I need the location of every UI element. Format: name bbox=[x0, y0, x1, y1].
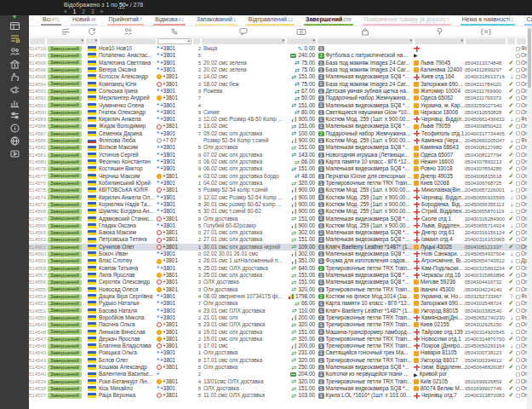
source-column-icon[interactable] bbox=[85, 27, 99, 36]
status-column-icon[interactable] bbox=[46, 27, 85, 36]
table-row[interactable]: 514543ЗавершенийБєлов Олег*+3801817.01 с… bbox=[29, 357, 532, 364]
table-row[interactable]: 514539ЗавершенийРоке-Бетанкурт Лін...+38… bbox=[29, 378, 532, 385]
table-row[interactable]: 514546ЗавершенийБлагінна Владіслава+3801… bbox=[29, 343, 532, 349]
check-icon[interactable]: ✓ bbox=[506, 378, 516, 385]
table-row[interactable]: 514587ЗавершенийСеменюк Дарина*+3801709.… bbox=[29, 130, 532, 137]
table-row[interactable]: 514561ЗавершенийСучилов Олег+3801130.01 … bbox=[29, 244, 532, 251]
page-nav-icon[interactable]: » bbox=[100, 9, 105, 14]
filter-manager[interactable] bbox=[517, 38, 526, 44]
check-icon[interactable]: ✓ bbox=[506, 173, 516, 180]
table-row[interactable]: 514599ЗавершенийПотапенко Анастас...*+38… bbox=[29, 52, 532, 59]
table-row[interactable]: 514716ЗавершенийНов10 Нов10*+38012Выца✎0… bbox=[29, 45, 532, 52]
page-nav-icon[interactable]: « bbox=[64, 9, 68, 14]
table-row[interactable]: 514568ЗавершенийШумляс Богдана Ан...*+38… bbox=[29, 208, 532, 215]
table-row[interactable]: 514582ЗавершенийВолков Максим*+38015Олх … bbox=[29, 144, 532, 151]
table-row[interactable]: 514551ЗавершенийБасова Наталя*+3801423.0… bbox=[29, 308, 532, 314]
page-size-dropdown[interactable]: 50 bbox=[119, 2, 126, 8]
comment-column-icon[interactable] bbox=[201, 27, 286, 36]
filter-status[interactable] bbox=[47, 38, 84, 44]
table-row[interactable]: 514560ЗавершенийБокоч Иван*+3801002.02 3… bbox=[29, 251, 532, 257]
table-row[interactable]: 514576ЗавершенийКобилинський Юрий*+38011… bbox=[29, 180, 532, 187]
tab-1[interactable]: Новий48 bbox=[71, 15, 98, 26]
check-icon[interactable]: ✓ bbox=[506, 244, 516, 251]
tab-7[interactable]: Повернення товару (в дорозі)0 bbox=[363, 15, 451, 26]
table-row[interactable]: 514596ЗавершенийВегера Оксана*+3801320.0… bbox=[29, 66, 532, 73]
check-icon[interactable]: ✓ bbox=[506, 308, 516, 314]
tab-3[interactable]: Відмова42 bbox=[153, 15, 186, 26]
scrollbar-thumb[interactable] bbox=[528, 28, 531, 88]
check-icon[interactable]: ✓ bbox=[506, 216, 516, 222]
table-row[interactable]: 514595ЗавершенийКолосок Александр+380121… bbox=[29, 73, 532, 80]
check-icon[interactable]: ✓ bbox=[506, 102, 516, 109]
page-number[interactable]: 3 bbox=[91, 9, 95, 14]
filter-payment[interactable] bbox=[287, 38, 316, 44]
tab-9[interactable]: Самовивіз2 bbox=[524, 15, 532, 26]
client-column-icon[interactable] bbox=[99, 27, 157, 36]
table-row[interactable]: 514575ЗавершенийКВІТОВСЬКА ЮЛІЯ+38015Роз… bbox=[29, 187, 532, 193]
table-row[interactable]: 514589ЗавершенийКирилич Анжела*+3801312.… bbox=[29, 116, 532, 123]
table-row[interactable]: 514593ЗавершенийСольська Ірина*+38019Рож… bbox=[29, 88, 532, 95]
table-row[interactable]: 514540ЗавершенийВалентина Васильє...*220… bbox=[29, 371, 532, 377]
payment-column-icon[interactable] bbox=[286, 28, 317, 36]
check-icon[interactable]: ✓ bbox=[506, 66, 516, 73]
table-row[interactable]: 514590ЗавершенийГнатюк Олександр*+38019С… bbox=[29, 109, 532, 116]
table-row[interactable]: 514538ЗавершенийКісь Михайло*+38015ОЛХ д… bbox=[29, 385, 532, 392]
check-icon[interactable]: ✓ bbox=[506, 229, 516, 236]
table-row[interactable]: 514553ЗавершенийРудько Наталья*+38017Олх… bbox=[29, 300, 532, 307]
check-icon[interactable]: ✓ bbox=[506, 385, 516, 392]
table-row[interactable]: 514588ЗавершенийЖидак Володимир+3801313.… bbox=[29, 123, 532, 130]
tab-2[interactable]: Прийнятий7 bbox=[107, 15, 145, 26]
ttn-column-icon[interactable] bbox=[465, 28, 506, 36]
filter-check[interactable] bbox=[507, 38, 515, 44]
tab-6[interactable]: Завершений278 bbox=[304, 15, 352, 26]
location-column-icon[interactable] bbox=[414, 27, 465, 36]
sidebar-item-video[interactable] bbox=[0, 148, 29, 161]
check-icon[interactable]: ✓ bbox=[506, 144, 516, 151]
filter-ttn[interactable] bbox=[466, 38, 506, 44]
table-row[interactable]: 514558ЗавершенийКовпак Татьяна*+3801525.… bbox=[29, 265, 532, 272]
table-row[interactable]: 514537ЗавершенийРаца Вероніка+3801511.01… bbox=[29, 392, 532, 399]
check-icon[interactable]: ✓ bbox=[506, 349, 516, 356]
products-column-icon[interactable] bbox=[317, 27, 414, 36]
filter-phone-input[interactable] bbox=[157, 38, 192, 44]
table-row[interactable]: 514592ЗавершенийМерклингер Андрей+38017⇄… bbox=[29, 95, 532, 101]
filter-client[interactable] bbox=[100, 38, 156, 44]
page-number[interactable]: 2 bbox=[82, 9, 86, 14]
table-row[interactable]: 514570ЗавершенийКорнелюк Надія Та...*+38… bbox=[29, 201, 532, 208]
check-icon[interactable]: ✓ bbox=[506, 357, 516, 364]
table-row[interactable]: 514555ЗавершенийНовосад Олеся+38013Олх д… bbox=[29, 286, 532, 293]
table-row[interactable]: 514566ЗавершенийГладик Оксана*+38015Голу… bbox=[29, 222, 532, 229]
table-row[interactable]: 514545ЗавершенийРокіцька Ольга*+38011Олх… bbox=[29, 349, 532, 356]
check-icon[interactable]: ✓ bbox=[506, 95, 516, 101]
phone-column-icon[interactable] bbox=[157, 27, 192, 36]
tab-8[interactable]: Нема в наявності1 bbox=[460, 15, 516, 26]
table-row[interactable]: 514581ЗавершенийУстинов Сергей*+3801907.… bbox=[29, 152, 532, 158]
tab-5[interactable]: Відправлений12 bbox=[247, 15, 295, 26]
check-icon[interactable]: ✓ bbox=[506, 123, 516, 130]
table-row[interactable]: 514559ЗавершенийВлас Слотюу+3801326.01 с… bbox=[29, 257, 532, 264]
page-number[interactable]: 1 bbox=[73, 9, 77, 14]
filter-location[interactable] bbox=[415, 38, 464, 44]
table-row[interactable]: 514567ЗавершенийАдамовский Станис...+380… bbox=[29, 216, 532, 222]
filter-source[interactable] bbox=[86, 38, 98, 44]
check-icon[interactable]: ✓ bbox=[506, 165, 516, 172]
table-row[interactable]: 514548ЗавершенийЛиньков Вячеслав+3801919… bbox=[29, 329, 532, 336]
check-icon[interactable]: ✓ bbox=[506, 336, 516, 343]
filter-comment[interactable] bbox=[202, 38, 285, 44]
table-row[interactable]: 514565ЗавершенийБаюка Максим+3801027.01 … bbox=[29, 229, 532, 236]
check-icon[interactable]: ✓ bbox=[506, 130, 516, 137]
check-icon[interactable]: ✓ bbox=[506, 180, 516, 187]
check-icon[interactable]: ✓ bbox=[506, 88, 516, 95]
check-icon[interactable]: ✓ bbox=[506, 286, 516, 293]
table-row[interactable]: 514574ЗавершенийКирилич Анжела Ол...*+38… bbox=[29, 194, 532, 201]
check-icon[interactable]: ✓ bbox=[506, 279, 516, 285]
check-icon[interactable]: ✓ bbox=[506, 300, 516, 307]
table-row[interactable]: 514598ЗавершенийМалютина Светлана*+38015… bbox=[29, 60, 532, 66]
check-icon[interactable]: ✓ bbox=[506, 152, 516, 158]
table-row[interactable]: 514577ЗавершенийЧерниш Максим+3801403.02… bbox=[29, 173, 532, 180]
check-icon[interactable]: ✓ bbox=[506, 236, 516, 243]
table-row[interactable]: 514554ЗавершенийДацюк Віра Сергіївна*+38… bbox=[29, 293, 532, 300]
table-row[interactable]: 514549ЗавершенийПасічна Ольга+3801523.01… bbox=[29, 321, 532, 328]
filter-products[interactable] bbox=[317, 38, 413, 44]
tab-0[interactable]: Всі471 bbox=[41, 15, 61, 26]
